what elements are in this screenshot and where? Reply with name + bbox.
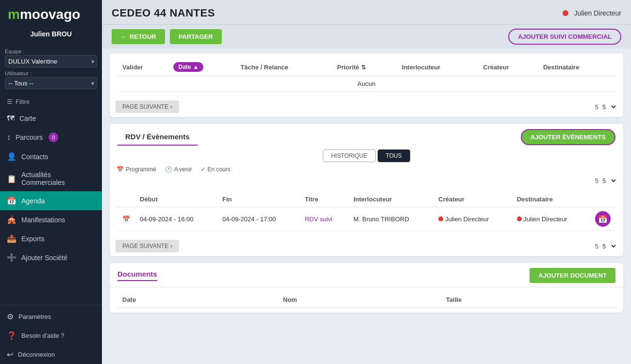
sidebar-item-contacts[interactable]: 👤 Contacts xyxy=(0,147,102,166)
suivi-next-page-button[interactable]: PAGE SUIVANTE › xyxy=(116,100,179,113)
ajouter-document-label: AJOUTER DOCUMENT xyxy=(538,272,607,279)
rdv-per-page-value: 5 xyxy=(595,177,598,184)
sidebar-bottom: ⚙ Paramètres ❓ Besoin d'aide ? ↩ Déconne… xyxy=(0,305,102,364)
th-debut: Début xyxy=(135,192,217,207)
utilisateur-label: Utilisateur : xyxy=(5,70,97,76)
deconnexion-icon: ↩ xyxy=(7,350,13,359)
sidebar-item-manifestations[interactable]: 🎪 Manifestations xyxy=(0,210,102,229)
docs-tab-label[interactable]: Documents xyxy=(117,270,157,281)
historique-toggle[interactable]: HISTORIQUE xyxy=(323,149,375,162)
ajouter-icon: ➕ xyxy=(7,253,17,262)
topbar-user-name: Julien Directeur xyxy=(574,9,621,17)
sidebar-item-label-agenda: Agenda xyxy=(21,197,45,205)
th-valider: Valider xyxy=(117,58,168,76)
suivi-next-page-label: PAGE SUIVANTE xyxy=(122,103,168,110)
equipe-label: Equipe : xyxy=(5,49,97,54)
rdv-titre-link[interactable]: RDV suivi xyxy=(305,215,332,223)
sidebar-item-label-exports: Exports xyxy=(21,235,44,243)
rdv-row-1-titre[interactable]: RDV suivi xyxy=(300,207,349,231)
carte-icon: 🗺 xyxy=(7,114,15,123)
sidebar-item-parametres[interactable]: ⚙ Paramètres xyxy=(0,307,102,326)
sidebar-item-exports[interactable]: 📤 Exports xyxy=(0,229,102,248)
encours-icon: ✓ xyxy=(200,166,205,173)
partager-button[interactable]: PARTAGER xyxy=(170,29,222,44)
th-rdv-createur: Créateur xyxy=(433,192,512,207)
topbar-right: Julien Directeur xyxy=(563,9,621,17)
rdv-row-1-action[interactable]: 📅 xyxy=(590,207,615,231)
sidebar-item-label-aide: Besoin d'aide ? xyxy=(21,332,65,339)
rdv-next-icon: › xyxy=(170,243,172,249)
filter-icon: ☰ xyxy=(7,98,13,105)
rdv-legend: 📅 Programmé 🕐 A venir ✓ En cours xyxy=(110,164,623,177)
content-area: Valider Date ▲ Tâche / Relance xyxy=(102,49,631,364)
rdv-per-page-select[interactable]: 51020 xyxy=(600,177,617,185)
sidebar-item-carte[interactable]: 🗺 Carte xyxy=(0,109,102,128)
ajouter-evenements-button[interactable]: AJOUTER ÉVÈNEMENTS xyxy=(521,129,615,145)
documents-card: Documents AJOUTER DOCUMENT Date Nom xyxy=(110,263,623,313)
sidebar-item-label-contacts: Contacts xyxy=(21,153,48,161)
utilisateur-select[interactable]: -- Tous -- xyxy=(5,77,97,89)
rdv-next-page-button[interactable]: PAGE SUIVANTE › xyxy=(116,240,179,252)
partager-label: PARTAGER xyxy=(179,33,213,40)
docs-header: Documents AJOUTER DOCUMENT xyxy=(110,263,623,287)
programme-icon: 📅 xyxy=(116,166,124,173)
rdv-row-1-icon: 📅 xyxy=(117,207,135,231)
th-rdv-action xyxy=(590,192,615,207)
ajouter-suivi-label: AJOUTER SUIVI COMMERCIAL xyxy=(518,33,612,40)
legend-encours: ✓ En cours xyxy=(200,166,230,173)
rdv-pagination-per-page-select[interactable]: 51020 xyxy=(600,242,617,250)
sidebar-item-aide[interactable]: ❓ Besoin d'aide ? xyxy=(0,326,102,345)
calendar-action-icon: 📅 xyxy=(598,215,608,224)
calendar-row-icon: 📅 xyxy=(122,215,130,223)
legend-programme: 📅 Programmé xyxy=(116,166,156,173)
retour-button[interactable]: ← RETOUR xyxy=(112,29,165,44)
rdv-row-1-destinataire: Julien Directeur xyxy=(512,207,590,231)
aide-icon: ❓ xyxy=(7,331,17,340)
agenda-icon: 📅 xyxy=(7,196,17,205)
date-pill[interactable]: Date ▲ xyxy=(173,62,203,72)
th-titre: Titre xyxy=(300,192,349,207)
rdv-row-1-interlocuteur: M. Bruno TRIBORD xyxy=(349,207,433,231)
sort-up-icon: ▲ xyxy=(193,64,199,70)
user-status-dot xyxy=(563,10,568,16)
suivi-table: Valider Date ▲ Tâche / Relance xyxy=(117,58,615,92)
suivi-next-icon: › xyxy=(170,103,172,110)
th-priorite[interactable]: Priorité ⇅ xyxy=(332,58,397,76)
th-rdv-destinataire: Destinataire xyxy=(512,192,590,207)
priorite-sort-icon[interactable]: ⇅ xyxy=(361,64,366,71)
rdv-pagination-per-page[interactable]: 5 51020 xyxy=(595,242,617,250)
rdv-row-1-debut: 04-09-2024 - 16:00 xyxy=(135,207,217,231)
createur-dot xyxy=(438,216,443,221)
suivi-per-page[interactable]: 5 5 10 20 xyxy=(595,103,617,111)
th-doc-date: Date xyxy=(117,292,278,308)
th-rdv-icon xyxy=(117,192,135,207)
rdv-tab-label[interactable]: RDV / Évènements xyxy=(117,129,198,146)
sidebar-item-agenda[interactable]: 📅 Agenda xyxy=(0,191,102,210)
actualites-icon: 📋 xyxy=(7,174,17,183)
utilisateur-select-wrapper[interactable]: -- Tous -- xyxy=(5,77,97,89)
ajouter-suivi-button[interactable]: AJOUTER SUIVI COMMERCIAL xyxy=(508,29,621,45)
th-createur: Créateur xyxy=(478,58,538,76)
rdv-table-wrapper: Début Fin Titre Interlocuteur Créateur D… xyxy=(110,187,623,236)
sidebar-nav: 🗺 Carte ↕ Parcours 0 👤 Contacts 📋 Actual… xyxy=(0,109,102,305)
sidebar-item-parcours[interactable]: ↕ Parcours 0 xyxy=(0,128,102,147)
equipe-select-wrapper[interactable]: DULUX Valentine xyxy=(5,55,97,67)
th-rdv-interlocuteur: Interlocuteur xyxy=(349,192,433,207)
sidebar-item-actualites[interactable]: 📋 Actualités Commerciales xyxy=(0,166,102,191)
suivi-per-page-select[interactable]: 5 10 20 xyxy=(600,103,617,111)
th-date[interactable]: Date ▲ xyxy=(168,58,235,76)
tous-toggle[interactable]: TOUS xyxy=(378,149,410,162)
suivi-per-page-value: 5 xyxy=(595,103,598,111)
programme-label: Programmé xyxy=(126,166,156,173)
th-interlocuteur: Interlocuteur xyxy=(397,58,478,76)
exports-icon: 📤 xyxy=(7,234,17,243)
ajouter-document-button[interactable]: AJOUTER DOCUMENT xyxy=(530,268,615,283)
sidebar-item-deconnexion[interactable]: ↩ Déconnexion xyxy=(0,345,102,364)
sidebar-filter[interactable]: ☰ Filtre xyxy=(0,94,102,109)
th-tache: Tâche / Relance xyxy=(235,58,332,76)
th-doc-nom: Nom xyxy=(278,292,441,308)
rdv-per-page[interactable]: 5 51020 xyxy=(595,177,617,185)
rdv-calendar-action-button[interactable]: 📅 xyxy=(595,211,611,227)
sidebar-item-ajouter[interactable]: ➕ Ajouter Société xyxy=(0,248,102,267)
equipe-select[interactable]: DULUX Valentine xyxy=(5,55,97,67)
